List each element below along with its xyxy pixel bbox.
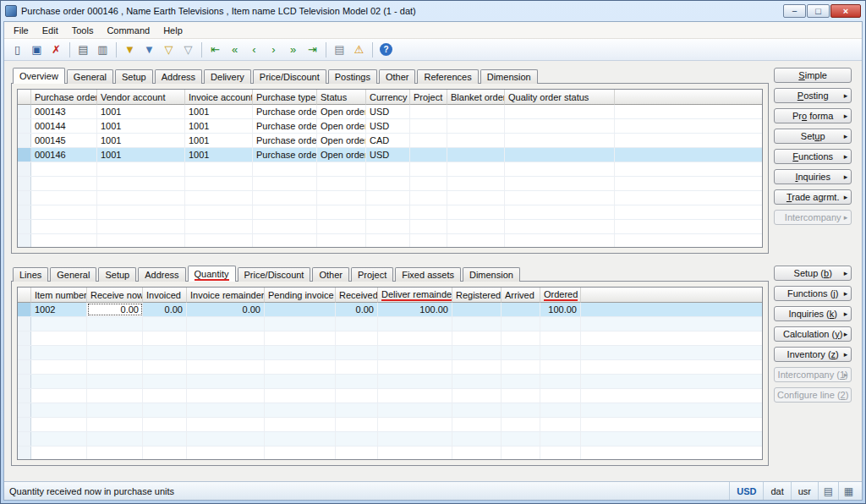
tab-dimension[interactable]: Dimension bbox=[480, 69, 538, 84]
cell-quality-order-status[interactable] bbox=[505, 105, 615, 118]
column-header-status[interactable]: Status bbox=[317, 90, 366, 105]
row-selector[interactable] bbox=[18, 134, 31, 147]
tab-other[interactable]: Other bbox=[379, 69, 416, 84]
cell-quality-order-status[interactable] bbox=[505, 134, 615, 147]
column-header-invoiced[interactable]: Invoiced bbox=[143, 288, 187, 303]
column-header-invoice-remainder[interactable]: Invoice remainder bbox=[187, 288, 265, 303]
cell-invoiced[interactable]: 0.00 bbox=[143, 303, 187, 316]
row-selector[interactable] bbox=[18, 191, 31, 205]
row-selector[interactable] bbox=[18, 148, 31, 162]
row-selector[interactable] bbox=[18, 162, 31, 176]
column-header-blanket-order[interactable]: Blanket order bbox=[447, 90, 505, 105]
button-inquiries[interactable]: Inquiries▸ bbox=[774, 169, 852, 184]
grid-row-empty[interactable] bbox=[18, 177, 762, 191]
cell-status[interactable]: Open order bbox=[317, 119, 366, 133]
cell-quality-order-status[interactable] bbox=[505, 119, 615, 133]
column-header-project[interactable]: Project bbox=[410, 90, 447, 105]
cell-purchase-type[interactable]: Purchase order bbox=[253, 134, 317, 147]
cell-item-number[interactable]: 1002 bbox=[31, 303, 87, 316]
column-header-purchase-order[interactable]: Purchase order▲ bbox=[31, 90, 97, 105]
cell-vendor-account[interactable]: 1001 bbox=[97, 148, 185, 162]
grid-row-empty[interactable] bbox=[18, 191, 762, 205]
grid-row-empty[interactable] bbox=[18, 317, 762, 331]
button-simple[interactable]: Simple bbox=[774, 68, 852, 83]
cell-purchase-order[interactable]: 000146 bbox=[31, 148, 97, 162]
previous-page-icon[interactable]: « bbox=[226, 41, 244, 58]
tab-general[interactable]: General bbox=[50, 267, 96, 282]
grid-row-empty[interactable] bbox=[18, 205, 762, 220]
tab-general[interactable]: General bbox=[67, 69, 113, 84]
cell-currency[interactable]: USD bbox=[366, 105, 410, 118]
maximize-button[interactable]: □ bbox=[807, 4, 830, 18]
filter-by-grid-icon[interactable]: ▼ bbox=[140, 41, 158, 58]
menu-command[interactable]: Command bbox=[100, 24, 156, 37]
button-pro-forma[interactable]: Pro forma▸ bbox=[774, 108, 852, 123]
print-icon[interactable]: ▤ bbox=[74, 41, 92, 58]
tab-lines[interactable]: Lines bbox=[13, 267, 48, 282]
button-functions[interactable]: Functions▸ bbox=[774, 149, 852, 164]
cell-invoice-account[interactable]: 1001 bbox=[185, 134, 253, 147]
cell-received[interactable]: 0.00 bbox=[336, 303, 378, 316]
button-trade-agrmt[interactable]: Trade agrmt.▸ bbox=[774, 189, 852, 205]
cell-currency[interactable]: USD bbox=[366, 148, 410, 162]
grid-row-empty[interactable] bbox=[18, 446, 762, 460]
tab-project[interactable]: Project bbox=[351, 267, 393, 282]
cell-pending-invoice[interactable] bbox=[265, 303, 336, 316]
cell-blanket-order[interactable] bbox=[447, 134, 505, 147]
row-selector[interactable] bbox=[18, 346, 31, 359]
cell-arrived[interactable] bbox=[502, 303, 540, 316]
row-selector[interactable] bbox=[18, 375, 31, 388]
cell-deliver-remainder[interactable]: 100.00 bbox=[378, 303, 452, 316]
row-selector[interactable] bbox=[18, 403, 31, 417]
row-selector[interactable] bbox=[18, 177, 31, 190]
grid-row-000146[interactable]: 00014610011001Purchase orderOpen orderUS… bbox=[18, 148, 762, 162]
layout-status-icon[interactable]: ▦ bbox=[838, 482, 858, 500]
grid-row-empty[interactable] bbox=[18, 403, 762, 418]
button-calculation-y[interactable]: Calculation (y)▸ bbox=[774, 326, 852, 342]
row-selector[interactable] bbox=[18, 432, 31, 446]
cell-purchase-order[interactable]: 000145 bbox=[31, 134, 97, 147]
last-record-icon[interactable]: ⇥ bbox=[304, 41, 321, 58]
tab-price-discount[interactable]: Price/Discount bbox=[238, 267, 311, 282]
cell-currency[interactable]: USD bbox=[366, 119, 410, 133]
row-selector[interactable] bbox=[18, 220, 31, 233]
button-setup-b[interactable]: Setup (b)▸ bbox=[774, 266, 852, 281]
menu-file[interactable]: File bbox=[7, 24, 36, 37]
grid-row-empty[interactable] bbox=[18, 220, 762, 234]
column-header-arrived[interactable]: Arrived bbox=[502, 288, 540, 303]
cell-currency[interactable]: CAD bbox=[366, 134, 410, 147]
menu-edit[interactable]: Edit bbox=[36, 24, 65, 37]
column-header-invoice-account[interactable]: Invoice account bbox=[185, 90, 253, 105]
grid-row-000145[interactable]: 00014510011001Purchase orderOpen orderCA… bbox=[18, 134, 762, 148]
grid-row-empty[interactable] bbox=[18, 360, 762, 375]
cell-quality-order-status[interactable] bbox=[505, 148, 615, 162]
cell-vendor-account[interactable]: 1001 bbox=[97, 105, 185, 118]
cell-invoice-account[interactable]: 1001 bbox=[185, 105, 253, 118]
tab-setup[interactable]: Setup bbox=[115, 69, 153, 84]
row-selector[interactable] bbox=[18, 331, 31, 345]
grid-row-empty[interactable] bbox=[18, 389, 762, 403]
tab-fixed-assets[interactable]: Fixed assets bbox=[395, 267, 461, 282]
select-all-cell[interactable] bbox=[18, 90, 31, 105]
next-page-icon[interactable]: » bbox=[284, 41, 302, 58]
tab-postings[interactable]: Postings bbox=[328, 69, 377, 84]
button-functions-j[interactable]: Functions (j)▸ bbox=[774, 286, 852, 301]
cell-registered[interactable] bbox=[452, 303, 502, 316]
menu-help[interactable]: Help bbox=[156, 24, 189, 37]
cell-receive-now[interactable]: 0.00 bbox=[87, 303, 143, 316]
menu-tools[interactable]: Tools bbox=[65, 24, 101, 37]
tab-setup[interactable]: Setup bbox=[98, 267, 136, 282]
help-icon[interactable]: ? bbox=[380, 43, 392, 56]
cell-blanket-order[interactable] bbox=[447, 105, 505, 118]
previous-record-icon[interactable]: ‹ bbox=[245, 41, 263, 58]
button-inquiries-k[interactable]: Inquiries (k)▸ bbox=[774, 306, 852, 321]
row-selector[interactable] bbox=[18, 317, 31, 331]
cell-project[interactable] bbox=[410, 134, 447, 147]
column-header-item-number[interactable]: Item number bbox=[31, 288, 87, 303]
cell-project[interactable] bbox=[410, 105, 447, 118]
row-selector[interactable] bbox=[18, 205, 31, 219]
filter-by-selection-icon[interactable]: ▼ bbox=[121, 41, 139, 58]
cell-status[interactable]: Open order bbox=[317, 105, 366, 118]
new-record-icon[interactable]: ▯ bbox=[8, 41, 26, 58]
row-selector[interactable] bbox=[18, 105, 31, 118]
